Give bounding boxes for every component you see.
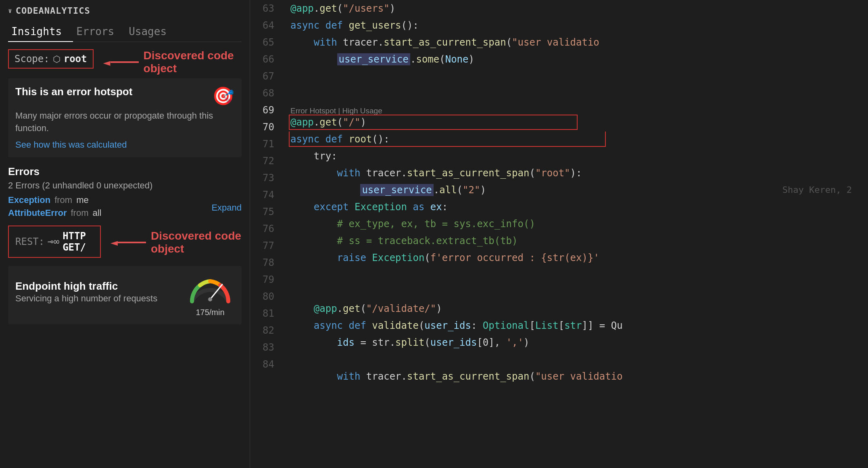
target-icon: 🎯 — [212, 86, 234, 107]
rest-box[interactable]: REST: ⊸∞ HTTP GET/ — [8, 226, 101, 258]
traffic-card: Endpoint high traffic Servicing a high n… — [8, 266, 242, 324]
traffic-description: Servicing a high number of requests — [15, 292, 157, 305]
code-line-76: # ss = traceback.extract_tb(tb) — [290, 232, 860, 249]
rest-symbol: ⊸∞ — [48, 236, 59, 247]
code-line-80: @app.get("/validate/") — [290, 300, 860, 317]
code-editor: 63 64 65 66 67 68 69 70 71 72 73 74 75 7… — [250, 0, 868, 468]
tab-usages[interactable]: Usages — [125, 21, 178, 42]
right-panel: 63 64 65 66 67 68 69 70 71 72 73 74 75 7… — [250, 0, 868, 468]
code-line-66: user_service.some(None) — [290, 51, 860, 68]
line-numbers: 63 64 65 66 67 68 69 70 71 72 73 74 75 7… — [250, 0, 282, 468]
code-line-74: except Exception as ex: — [290, 198, 860, 215]
scope-label: Scope: — [15, 53, 50, 65]
error-row-attribute: AttributeError from all — [8, 208, 101, 218]
rest-method: HTTP GET/ — [63, 230, 94, 253]
gauge-value: 175/min — [186, 308, 234, 317]
errors-title: Errors — [8, 165, 242, 178]
left-panel: ∨ CODEANALYTICS Insights Errors Usages S… — [0, 0, 250, 468]
annotation1-arrow: ◄ — [103, 55, 139, 69]
attribute-scope: all — [92, 208, 101, 218]
code-line-79 — [290, 283, 860, 300]
tab-insights[interactable]: Insights — [8, 21, 73, 42]
code-line-68 — [290, 85, 860, 102]
exception-type[interactable]: Exception — [8, 195, 50, 205]
gauge-svg — [186, 273, 234, 305]
code-line-75: # ex_type, ex, tb = sys.exc_info() — [290, 215, 860, 232]
annotation2-arrow: ◄ — [111, 235, 146, 249]
card-title-block: This is an error hotspot — [15, 86, 132, 98]
arrow-left-icon2: ◄ — [111, 235, 118, 249]
errors-section: Errors 2 Errors (2 unhandled 0 unexpecte… — [8, 164, 242, 226]
code-line-77: raise Exception(f'error occurred : {str(… — [290, 249, 860, 266]
panel-body: Scope: ⬡ root ◄ Discovered code object T… — [0, 42, 250, 468]
scope-icon: ⬡ — [53, 54, 61, 64]
code-line-73: user_service.all("2") Shay Keren, 2 — [290, 182, 860, 198]
exception-scope: me — [76, 195, 89, 205]
code-line-67 — [290, 68, 860, 85]
code-content: @app.get("/users") async def get_users()… — [282, 0, 868, 468]
attribute-error-type[interactable]: AttributeError — [8, 208, 67, 218]
code-line-63: @app.get("/users") — [290, 0, 860, 17]
panel-header: ∨ CODEANALYTICS Insights Errors Usages — [0, 0, 250, 42]
rest-label: REST: — [15, 236, 44, 247]
app-title: ∨ CODEANALYTICS — [8, 6, 242, 20]
card-description: Many major errors occur or propogate thr… — [15, 110, 234, 135]
annotation1-text: Discovered code object — [144, 49, 242, 75]
code-line-78 — [290, 266, 860, 283]
traffic-title: Endpoint high traffic — [15, 280, 157, 292]
error-row-exception: Exception from me — [8, 195, 101, 205]
attribute-from-label: from — [71, 208, 88, 218]
error-list: Exception from me AttributeError from al… — [8, 195, 101, 221]
code-line-71: try: — [290, 148, 860, 165]
arrow-line — [111, 61, 139, 63]
traffic-info: Endpoint high traffic Servicing a high n… — [15, 280, 157, 310]
gauge-widget: 175/min — [186, 273, 234, 317]
card-title: This is an error hotspot — [15, 86, 132, 98]
code-line-64: async def get_users(): — [290, 17, 860, 34]
code-line-83 — [290, 351, 860, 368]
calculation-link[interactable]: See how this was calculated — [15, 140, 234, 150]
code-line-70: async def root(): — [290, 131, 860, 148]
expand-button[interactable]: Expand — [211, 203, 242, 213]
git-blame-73: Shay Keren, 2 — [782, 182, 852, 198]
exception-from-label: from — [54, 195, 72, 205]
code-line-82: ids = str.split(user_ids[0], ',') — [290, 334, 860, 351]
tabs: Insights Errors Usages — [8, 21, 242, 42]
svg-point-1 — [208, 297, 212, 301]
scope-box[interactable]: Scope: ⬡ root — [8, 49, 94, 69]
arrow-line2 — [118, 242, 146, 243]
errors-description: 2 Errors (2 unhandled 0 unexpected) — [8, 180, 242, 191]
annotation2-text: Discovered code object — [151, 230, 242, 255]
code-line-69: Error Hotspot | High Usage @app.get("/") — [290, 114, 860, 131]
code-line-81: async def validate(user_ids: Optional[Li… — [290, 317, 860, 334]
annotation1-row: ◄ Discovered code object — [103, 49, 242, 75]
chevron-icon: ∨ — [8, 7, 13, 15]
scope-value: root — [64, 53, 87, 65]
arrow-left-icon: ◄ — [103, 55, 111, 69]
code-line-84: with tracer.start_as_current_span("user … — [290, 368, 860, 385]
code-line-72: with tracer.start_as_current_span("root"… — [290, 165, 860, 182]
hotspot-card: This is an error hotspot 🎯 Many major er… — [8, 78, 242, 157]
code-line-65: with tracer.start_as_current_span("user … — [290, 34, 860, 51]
tab-errors[interactable]: Errors — [73, 21, 125, 42]
annotation2-row: ◄ Discovered code object — [111, 230, 242, 255]
error-hotspot-badge: Error Hotspot | High Usage — [290, 102, 382, 119]
